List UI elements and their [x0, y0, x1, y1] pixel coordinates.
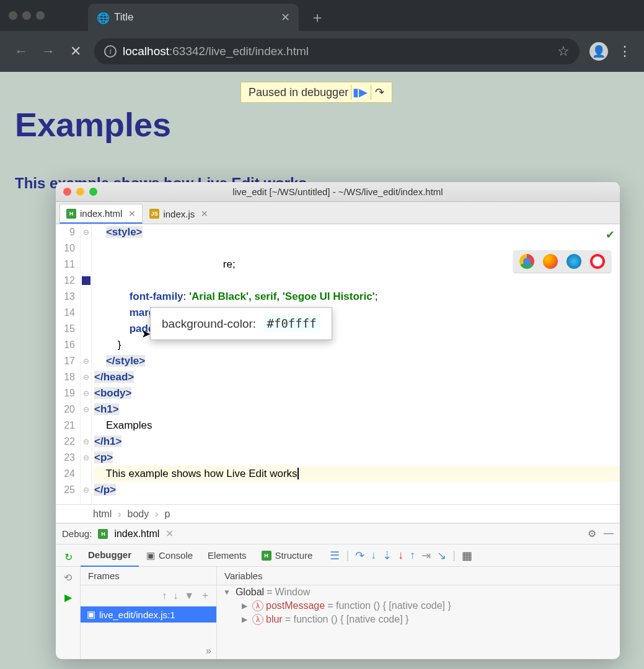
open-in-browser-toolbar: [513, 250, 611, 273]
frames-more-icon[interactable]: »: [81, 643, 216, 659]
rerun-icon[interactable]: ↻: [61, 551, 75, 564]
ide-title: live_edit [~/WS/untitled] - ~/WS/live_ed…: [56, 186, 620, 197]
debug-tab-debugger[interactable]: Debugger: [81, 544, 139, 567]
page-content: Paused in debugger ▮▶ ↷ Examples This ex…: [0, 72, 644, 669]
editor-tabs: H index.html ✕ JS index.js ✕: [56, 202, 620, 224]
html-file-icon: H: [66, 209, 76, 219]
back-button[interactable]: ←: [12, 43, 30, 59]
frames-pane: Frames ↑ ↓ ▼ ＋ ▣ live_edit/index.js:1 »: [81, 567, 217, 659]
rerun-icon2[interactable]: ⟲: [61, 571, 75, 584]
breadcrumb-item[interactable]: body: [128, 509, 149, 520]
stop-reload-button[interactable]: ✕: [67, 43, 84, 59]
debugger-step-icon[interactable]: ↷: [371, 85, 388, 100]
open-in-chrome-icon[interactable]: [519, 254, 534, 269]
browser-chrome: 🌐 Title ✕ ＋ ← → ✕ i localhost:63342/live…: [0, 0, 644, 72]
window-close-dot[interactable]: [9, 11, 17, 20]
forward-button[interactable]: →: [40, 43, 57, 59]
step-out-icon[interactable]: ↑: [410, 549, 415, 562]
breadcrumb-item[interactable]: p: [165, 509, 170, 520]
tab-close-icon[interactable]: ✕: [128, 209, 136, 219]
debug-tab-console[interactable]: ▣Console: [139, 544, 200, 567]
force-step-into-icon[interactable]: ⇣: [382, 549, 392, 562]
lambda-icon: λ: [252, 600, 263, 611]
frames-header: Frames: [81, 567, 216, 585]
nav-bar: ← → ✕ i localhost:63342/live_edit/index.…: [0, 31, 644, 72]
var-blur[interactable]: ▶λ blur = function () { [native code] }: [217, 613, 620, 626]
open-in-firefox-icon[interactable]: [543, 254, 558, 269]
breadcrumb-item[interactable]: html: [93, 509, 112, 520]
site-info-icon[interactable]: i: [104, 45, 117, 58]
var-postmessage[interactable]: ▶λ postMessage = function () { [native c…: [217, 599, 620, 613]
url-text: localhost:63342/live_edit/index.html: [123, 45, 309, 58]
step-into-my-icon[interactable]: ↓: [398, 549, 404, 562]
favicon-icon: 🌐: [97, 12, 108, 23]
ide-min-dot[interactable]: [76, 188, 84, 196]
frame-up-icon[interactable]: ↑: [162, 590, 167, 601]
editor-tab-index-js[interactable]: JS index.js ✕: [143, 204, 215, 224]
evaluate-icon[interactable]: ▦: [462, 549, 472, 562]
color-swatch: #f0ffff: [263, 315, 320, 331]
run-to-cursor-icon[interactable]: ⇥: [421, 549, 431, 562]
frame-add-icon[interactable]: ＋: [200, 589, 210, 602]
inspection-ok-icon[interactable]: ✔: [606, 228, 615, 242]
page-heading: Examples: [15, 105, 629, 144]
debug-minimize-icon[interactable]: —: [604, 528, 614, 540]
js-file-icon: JS: [149, 209, 159, 219]
debugger-paused-banner: Paused in debugger ▮▶ ↷: [240, 82, 392, 103]
debug-settings-icon[interactable]: ⚙: [588, 528, 596, 540]
window-max-dot[interactable]: [36, 11, 45, 20]
tab-close-icon[interactable]: ✕: [281, 11, 290, 24]
gutter-color-swatch[interactable]: [82, 276, 90, 285]
fold-column[interactable]: ⊖⊖⊖⊖⊖⊖⊖⊖: [81, 224, 92, 504]
variables-pane: Variables ▼ Global = Window ▶λ postMessa…: [217, 567, 620, 659]
run-config-icon: H: [98, 529, 108, 539]
color-tooltip: background-color: #f0ffff: [150, 307, 332, 340]
frame-row[interactable]: ▣ live_edit/index.js:1: [81, 606, 216, 623]
debug-tab-structure[interactable]: HStructure: [254, 544, 320, 567]
debugger-banner-text: Paused in debugger: [249, 86, 348, 99]
ide-max-dot[interactable]: [89, 188, 97, 196]
structure-icon: H: [262, 551, 271, 561]
frame-down-icon[interactable]: ↓: [173, 590, 178, 601]
browser-tab[interactable]: 🌐 Title ✕: [88, 4, 299, 31]
lambda-icon: λ: [252, 614, 263, 625]
debug-panel: Debug: H index.html ✕ ⚙ — ↻ Debugger ▣Co…: [56, 523, 620, 659]
drop-frame-icon[interactable]: ↘: [437, 549, 446, 562]
bookmark-icon[interactable]: ☆: [557, 43, 570, 59]
debug-config-name: index.html: [114, 528, 159, 540]
frame-file-icon: ▣: [87, 609, 95, 620]
open-in-safari-icon[interactable]: [567, 254, 581, 269]
resume-icon[interactable]: ▶: [61, 590, 75, 604]
ide-close-dot[interactable]: [63, 188, 71, 196]
debug-tabs: ↻ Debugger ▣Console Elements HStructure …: [56, 544, 620, 567]
step-into-icon[interactable]: ↓: [371, 549, 376, 562]
debug-side-controls: ⟲ ▶: [56, 567, 81, 659]
address-bar[interactable]: i localhost:63342/live_edit/index.html ☆: [94, 38, 580, 64]
debug-tab-elements[interactable]: Elements: [200, 544, 254, 567]
debug-header: Debug: H index.html ✕ ⚙ —: [56, 523, 620, 544]
line-gutter: 9 10 11 12 13 14 15 16 17 18 19 20 21 22…: [56, 224, 81, 504]
new-tab-button[interactable]: ＋: [310, 7, 325, 27]
tab-title: Title: [114, 11, 134, 24]
window-min-dot[interactable]: [22, 11, 31, 20]
code-editor[interactable]: ✔ ➤ background-color: #f0ffff 9 10 11 12…: [56, 224, 620, 504]
tab-close-icon[interactable]: ✕: [201, 209, 208, 219]
breadcrumbs[interactable]: html › body › p: [56, 504, 620, 523]
frame-filter-icon[interactable]: ▼: [184, 590, 194, 601]
tab-bar: 🌐 Title ✕ ＋: [0, 0, 644, 31]
debug-label: Debug:: [62, 528, 92, 539]
browser-menu-icon[interactable]: ⋮: [618, 43, 632, 59]
ide-window: live_edit [~/WS/untitled] - ~/WS/live_ed…: [56, 182, 620, 659]
debugger-resume-icon[interactable]: ▮▶: [351, 85, 368, 100]
debug-config-close-icon[interactable]: ✕: [165, 528, 174, 540]
editor-tab-index-html[interactable]: H index.html ✕: [60, 204, 143, 224]
step-over-icon[interactable]: ↷: [355, 549, 364, 562]
threads-icon[interactable]: ☰: [330, 549, 340, 562]
profile-icon[interactable]: 👤: [589, 42, 608, 61]
variables-header: Variables: [217, 567, 620, 585]
var-global[interactable]: ▼ Global = Window: [217, 585, 620, 599]
ide-titlebar[interactable]: live_edit [~/WS/untitled] - ~/WS/live_ed…: [56, 182, 620, 202]
mouse-cursor-icon: ➤: [141, 327, 151, 341]
open-in-opera-icon[interactable]: [590, 254, 605, 269]
